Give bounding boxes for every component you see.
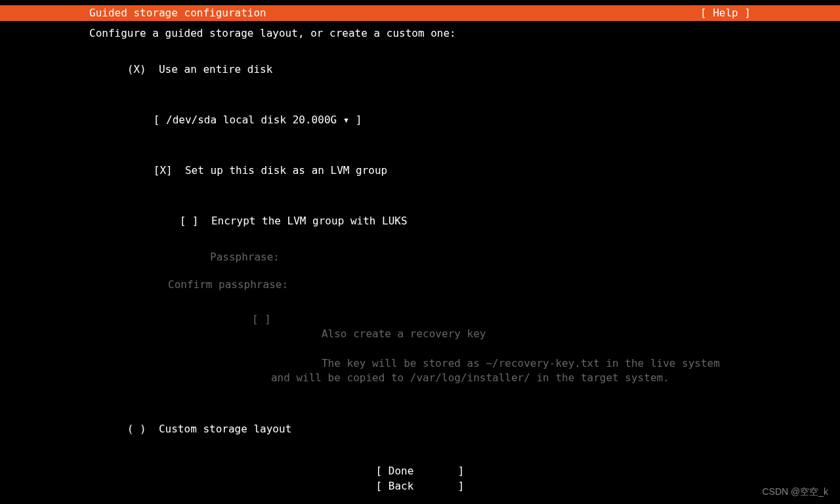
disk-select-open: [ (154, 114, 166, 126)
chevron-down-icon: ▾ (343, 113, 350, 127)
recovery-title: Also create a recovery key (322, 327, 486, 340)
option-entire-disk-label: Use an entire disk (159, 63, 272, 75)
option-encrypt[interactable]: [ ] Encrypt the LVM group with LUKS (89, 200, 751, 243)
checkbox-lvm[interactable]: [X] (154, 164, 173, 177)
content-area: Configure a guided storage layout, or cr… (0, 21, 840, 451)
disk-select-value: /dev/sda local disk 20.000G (166, 114, 337, 126)
recovery-desc: The key will be stored as ~/recovery-key… (271, 357, 726, 384)
header-bar: Guided storage configuration [ Help ] (0, 5, 840, 21)
watermark: CSDN @空空_k (762, 486, 828, 499)
option-custom[interactable]: ( ) Custom storage layout (89, 407, 751, 451)
option-encrypt-label: Encrypt the LVM group with LUKS (211, 215, 408, 227)
option-lvm-label: Set up this disk as an LVM group (185, 164, 387, 177)
passphrase-label: Passphrase: (89, 250, 751, 264)
radio-custom[interactable]: ( ) (127, 423, 146, 435)
confirm-passphrase-label: Confirm passphrase: (89, 278, 751, 292)
checkbox-encrypt[interactable]: [ ] (180, 215, 199, 227)
option-entire-disk[interactable]: (X) Use an entire disk (89, 47, 751, 91)
radio-entire-disk[interactable]: (X) (127, 63, 146, 75)
page-title: Guided storage configuration (89, 6, 266, 20)
option-recovery: [ ] Also create a recovery key The key w… (89, 312, 751, 400)
help-button[interactable]: [ Help ] (700, 6, 751, 20)
checkbox-recovery: [ ] (252, 312, 271, 400)
disk-select-close: ] (349, 114, 362, 126)
option-custom-label: Custom storage layout (159, 423, 291, 435)
intro-text: Configure a guided storage layout, or cr… (89, 26, 751, 41)
footer-buttons: [ Done ] [ Back ] (0, 464, 840, 494)
disk-select[interactable]: [ /dev/sda local disk 20.000G ▾ ] (89, 98, 751, 142)
option-lvm[interactable]: [X] Set up this disk as an LVM group (89, 149, 751, 193)
done-button[interactable]: [ Done ] (0, 464, 840, 478)
back-button[interactable]: [ Back ] (0, 479, 840, 494)
